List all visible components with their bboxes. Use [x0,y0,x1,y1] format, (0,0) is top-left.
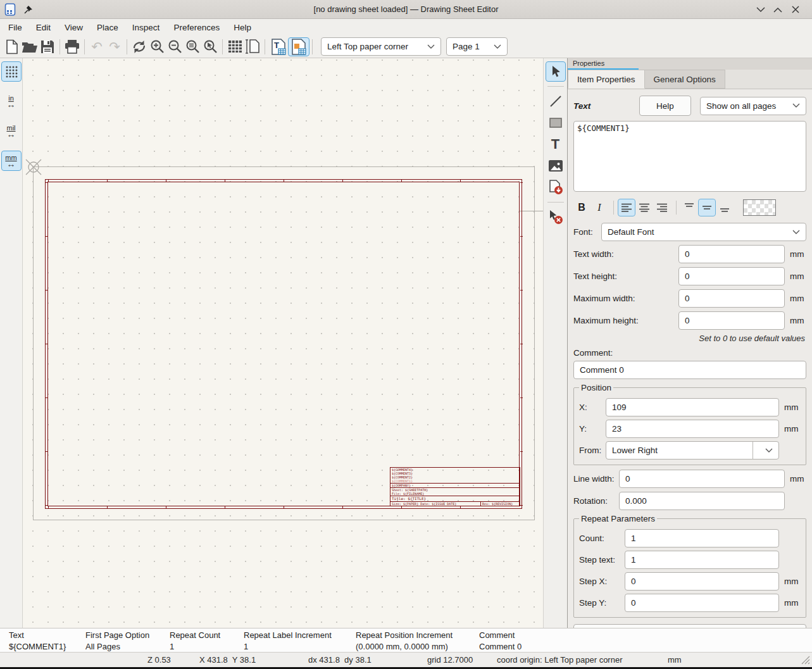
italic-button[interactable]: I [591,199,608,216]
menu-item-edit[interactable]: Edit [29,21,58,34]
maximize-button[interactable] [771,3,785,16]
unit-mm-button[interactable]: mm ↔ [2,151,21,170]
edit-mode-button[interactable]: T [268,38,289,56]
valign-bottom-button[interactable] [716,199,733,216]
menu-item-file[interactable]: File [1,21,29,34]
append-sheet-button[interactable] [546,178,565,197]
page-select[interactable]: Page 1 [446,37,508,56]
grid-visibility-button[interactable] [2,62,21,81]
valign-top-icon [684,203,695,213]
position-x-label: X: [579,403,606,412]
menu-item-inspect[interactable]: Inspect [125,21,167,34]
repeat-group-label: Repeat Parameters [579,514,657,523]
text-values-icon [290,39,307,55]
text-content-textarea[interactable]: ${COMMENT1} [573,121,806,192]
text-width-field[interactable] [678,245,785,263]
page-size-button[interactable] [244,38,261,56]
zoom-selection-icon [203,39,218,54]
valign-middle-button[interactable] [699,199,715,216]
step-x-field[interactable] [625,572,779,591]
rectangle-tool-button[interactable] [546,113,565,132]
table-view-button[interactable] [226,38,244,56]
window-title: [no drawing sheet loaded] — Drawing Shee… [0,4,812,14]
zoom-in-icon [150,39,165,54]
resize-grip[interactable] [801,656,810,665]
zoom-fit-button[interactable] [184,38,201,56]
menu-item-view[interactable]: View [58,21,90,34]
font-select[interactable]: Default Font [601,223,806,241]
tab-general-options[interactable]: General Options [645,70,725,89]
chevron-down-icon [792,230,800,235]
step-y-unit: mm [784,598,801,608]
max-height-unit: mm [790,316,806,325]
menu-item-help[interactable]: Help [227,21,258,34]
step-y-field[interactable] [625,594,779,612]
position-from-value: Lower Right [612,446,746,455]
align-left-button[interactable] [618,199,635,216]
valign-top-button[interactable] [681,199,697,216]
info-value: ${COMMENT1} [9,642,66,651]
page-visibility-select[interactable]: Show on all pages [700,97,806,115]
info-col-first-page-option: First Page Option All Pages [85,630,149,651]
panel-title-label: Properties [573,59,604,67]
save-button[interactable] [39,38,56,56]
properties-panel: Properties Item Properties General Optio… [567,58,812,628]
repeat-count-field[interactable] [625,529,779,547]
print-button[interactable] [63,38,81,56]
zoom-selection-button[interactable] [201,38,219,56]
title-block-kicad-version: ${KICAD_VERSION} [390,506,480,506]
chevron-down-icon [792,103,800,108]
bold-button[interactable]: B [573,199,590,216]
title-block: ${COMMENT4} ${COMMENT3} ${COMMENT2} ${CO… [390,467,520,506]
zoom-readout: Z 0.53 [147,655,171,665]
unit-mils-button[interactable]: mil ↔ [2,122,21,141]
max-height-label: Maximum height: [573,316,678,325]
line-tool-button[interactable] [546,92,565,111]
max-width-field[interactable] [678,289,785,308]
line-width-field[interactable] [619,470,785,488]
delete-tool-button[interactable] [546,208,565,227]
step-text-field[interactable] [625,551,779,569]
comment-field[interactable] [573,361,806,379]
position-from-select[interactable]: Lower Right [606,441,779,460]
select-tool-button[interactable] [546,62,565,81]
sheet-canvas[interactable]: ${COMMENT4} ${COMMENT3} ${COMMENT2} ${CO… [23,58,543,628]
align-center-button[interactable] [636,199,653,216]
text-color-swatch[interactable] [743,199,776,216]
tab-item-properties[interactable]: Item Properties [568,70,645,89]
text-height-field[interactable] [678,267,785,285]
help-button[interactable]: Help [639,96,691,116]
refresh-view-button[interactable] [130,38,148,56]
coord-origin-select[interactable]: Left Top paper corner [321,37,441,56]
zone-ticks-right [520,182,523,506]
preview-mode-button[interactable] [289,38,309,56]
grid-readout: grid 12.7000 [427,655,473,665]
page-visibility-value: Show on all pages [706,101,786,111]
text-tool-button[interactable]: T [546,135,565,154]
position-y-field[interactable] [606,420,779,438]
image-tool-button[interactable] [546,156,565,175]
title-block-id: Id: ${#}/${##} [481,506,520,506]
redo-button[interactable]: ↷ [106,38,123,56]
zoom-out-button[interactable] [166,38,184,56]
window-titlebar: [no drawing sheet loaded] — Drawing Shee… [0,0,812,19]
unit-inches-button[interactable]: in ↔ [2,92,21,111]
rotation-field[interactable] [619,492,785,510]
chevron-down-icon [765,448,773,453]
open-sheet-button[interactable] [21,38,39,56]
align-right-button[interactable] [654,199,670,216]
image-icon [548,159,563,173]
menu-item-place[interactable]: Place [90,21,125,34]
undo-button[interactable]: ↶ [88,38,106,56]
close-button[interactable] [789,3,803,16]
new-sheet-button[interactable] [3,38,21,56]
step-text-label: Step text: [579,555,625,565]
table-icon [228,40,242,53]
zoom-in-button[interactable] [148,38,166,56]
window-shade-button[interactable] [754,3,768,16]
max-height-field[interactable] [678,311,785,330]
info-value: All Pages [85,642,149,651]
info-col-repeat-position-increment: Repeat Position Increment (0.0000 mm, 0.… [356,630,453,651]
menu-item-preferences[interactable]: Preferences [166,21,227,34]
position-x-field[interactable] [606,398,779,416]
